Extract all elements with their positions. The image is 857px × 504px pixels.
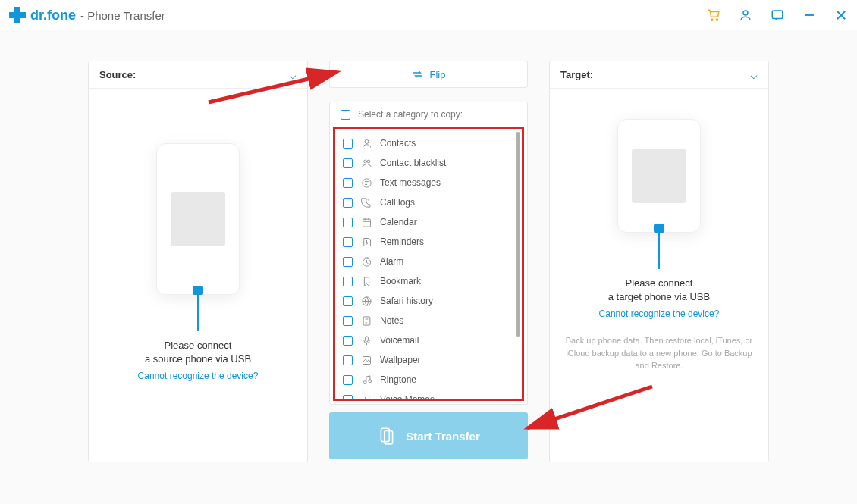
source-header[interactable]: Source: ⌵ — [89, 61, 307, 89]
app-logo: dr.fone - Phone Transfer — [9, 7, 165, 23]
category-checkbox[interactable] — [343, 218, 353, 227]
category-label: Ringtone — [380, 374, 416, 385]
category-item[interactable]: Calendar — [343, 212, 514, 232]
main-content: Source: ⌵ Please connect a source phone … — [0, 30, 857, 462]
select-all-checkbox[interactable] — [341, 110, 350, 120]
logo-icon — [9, 7, 26, 23]
minimize-icon[interactable] — [802, 8, 816, 22]
cart-icon[interactable] — [707, 8, 720, 22]
select-header-label: Select a category to copy: — [358, 109, 463, 120]
category-label: Contact blacklist — [380, 158, 446, 168]
flip-icon — [412, 68, 424, 80]
category-icon — [360, 334, 372, 346]
scrollbar[interactable] — [516, 132, 520, 337]
category-checkbox[interactable] — [343, 158, 353, 168]
page-subtitle: - Phone Transfer — [80, 9, 165, 22]
category-checkbox[interactable] — [343, 296, 353, 306]
category-item[interactable]: Call logs — [343, 193, 514, 212]
category-icon — [360, 216, 372, 228]
category-label: Voice Memos — [380, 394, 435, 401]
flip-button[interactable]: Flip — [329, 61, 528, 88]
target-body: Please connect a target phone via USB Ca… — [550, 89, 768, 462]
category-label: Text messages — [380, 177, 441, 188]
category-icon — [360, 196, 372, 208]
svg-rect-16 — [365, 336, 368, 341]
category-icon — [360, 177, 372, 189]
brand-name: dr.fone — [30, 8, 76, 23]
category-checkbox[interactable] — [343, 355, 353, 365]
center-column: Flip Select a category to copy: Contacts… — [329, 61, 528, 462]
category-checkbox[interactable] — [343, 257, 353, 267]
feedback-icon[interactable] — [771, 8, 784, 22]
category-icon — [360, 137, 372, 149]
backup-hint: Back up phone data. Then restore local, … — [562, 334, 756, 372]
svg-point-8 — [363, 160, 366, 163]
category-label: Call logs — [380, 197, 415, 208]
category-label: Voicemail — [380, 335, 419, 346]
phone-placeholder-icon — [617, 119, 701, 233]
target-header[interactable]: Target: ⌵ — [550, 61, 768, 89]
category-item[interactable]: Notes — [343, 311, 514, 330]
category-panel: Select a category to copy: ContactsConta… — [329, 102, 528, 405]
category-icon — [360, 354, 372, 366]
svg-point-18 — [363, 380, 366, 383]
category-checkbox[interactable] — [343, 139, 353, 149]
category-item[interactable]: Voicemail — [343, 330, 514, 350]
target-label: Target: — [560, 69, 593, 80]
svg-point-12 — [366, 242, 368, 244]
category-checkbox[interactable] — [343, 198, 353, 208]
category-item[interactable]: Safari history — [343, 291, 514, 311]
source-label: Source: — [99, 69, 136, 80]
category-list: ContactsContact blacklistText messagesCa… — [333, 127, 524, 401]
category-item[interactable]: Contact blacklist — [343, 153, 514, 173]
category-label: Reminders — [380, 236, 424, 247]
svg-point-2 — [743, 11, 748, 15]
source-panel: Source: ⌵ Please connect a source phone … — [88, 61, 308, 462]
category-item[interactable]: Voice Memos — [343, 390, 514, 401]
target-panel: Target: ⌵ Please connect a target phone … — [549, 61, 769, 462]
category-item[interactable]: Reminders — [343, 232, 514, 252]
category-icon — [360, 393, 372, 401]
category-checkbox[interactable] — [343, 277, 353, 286]
start-transfer-button[interactable]: Start Transfer — [329, 412, 528, 459]
category-label: Safari history — [380, 296, 433, 306]
category-icon — [360, 374, 372, 386]
target-help-link[interactable]: Cannot recognize the device? — [599, 308, 720, 319]
category-icon — [360, 236, 372, 248]
category-checkbox[interactable] — [343, 178, 353, 188]
category-item[interactable]: Text messages — [343, 173, 514, 193]
transfer-icon — [377, 426, 397, 446]
category-checkbox[interactable] — [343, 237, 353, 247]
category-icon — [360, 157, 372, 169]
category-item[interactable]: Bookmark — [343, 271, 514, 291]
category-icon — [360, 315, 372, 327]
usb-cable-icon — [658, 233, 660, 269]
category-header[interactable]: Select a category to copy: — [330, 102, 527, 127]
category-label: Bookmark — [380, 276, 421, 286]
category-label: Notes — [380, 315, 403, 326]
close-icon[interactable] — [834, 8, 848, 22]
svg-rect-3 — [772, 11, 783, 19]
category-label: Wallpaper — [380, 355, 421, 365]
svg-point-1 — [716, 19, 717, 20]
user-icon[interactable] — [739, 8, 752, 22]
category-item[interactable]: Alarm — [343, 252, 514, 271]
category-checkbox[interactable] — [343, 336, 353, 346]
svg-point-9 — [367, 160, 370, 163]
category-item[interactable]: Ringtone — [343, 370, 514, 390]
source-body: Please connect a source phone via USB Ca… — [89, 89, 307, 462]
svg-point-7 — [365, 139, 369, 143]
svg-rect-11 — [363, 219, 370, 227]
usb-cable-icon — [197, 295, 199, 331]
source-help-link[interactable]: Cannot recognize the device? — [138, 371, 259, 381]
category-item[interactable]: Wallpaper — [343, 350, 514, 370]
category-checkbox[interactable] — [343, 375, 353, 385]
flip-label: Flip — [430, 69, 446, 80]
target-connect-text: Please connect a target phone via USB — [608, 277, 710, 304]
category-checkbox[interactable] — [343, 316, 353, 326]
svg-point-0 — [711, 19, 713, 20]
chevron-down-icon: ⌵ — [750, 67, 758, 82]
category-item[interactable]: Contacts — [343, 133, 514, 153]
category-icon — [360, 295, 372, 307]
category-checkbox[interactable] — [343, 395, 353, 402]
